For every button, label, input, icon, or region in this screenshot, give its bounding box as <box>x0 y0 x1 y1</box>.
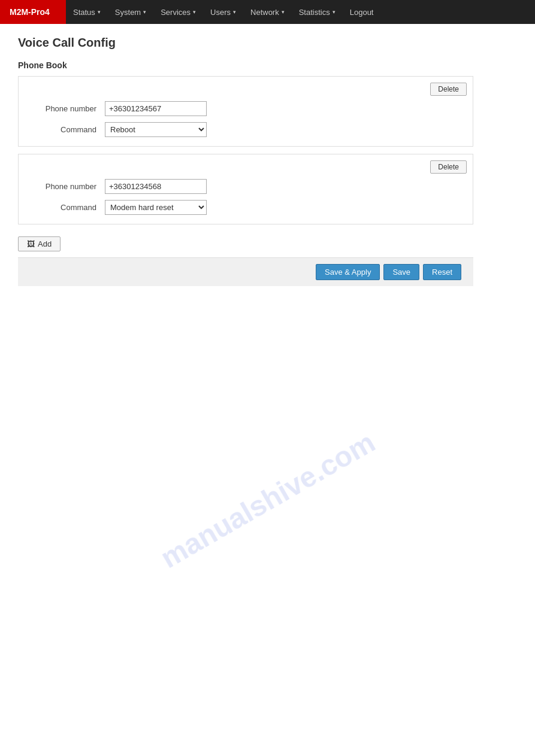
nav-menu: Status▾ System▾ Services▾ Users▾ Network… <box>66 0 380 24</box>
nav-statistics[interactable]: Statistics▾ <box>292 0 343 24</box>
save-button[interactable]: Save <box>383 264 419 280</box>
chevron-down-icon: ▾ <box>193 9 196 15</box>
command-row-2: Command Reboot Modem hard reset Shutdown… <box>19 197 473 218</box>
page-title: Voice Call Config <box>18 36 497 50</box>
add-button[interactable]: 🖼 Add <box>18 236 61 251</box>
phone-number-row-1: Phone number <box>19 98 473 119</box>
phone-entry-2: Delete Phone number Command Reboot Modem… <box>18 154 473 224</box>
phone-entry-1: Delete Phone number Command Reboot Modem… <box>18 76 473 147</box>
phone-number-label-2: Phone number <box>25 182 96 191</box>
nav-network[interactable]: Network▾ <box>243 0 292 24</box>
chevron-down-icon: ▾ <box>333 9 335 15</box>
command-select-2[interactable]: Reboot Modem hard reset Shutdown Status <box>105 200 207 215</box>
phone-number-input-2[interactable] <box>105 179 207 194</box>
command-label-1: Command <box>25 125 96 134</box>
delete-row-1: Delete <box>19 83 473 96</box>
command-select-1[interactable]: Reboot Modem hard reset Shutdown Status <box>105 122 207 137</box>
chevron-down-icon: ▾ <box>282 9 285 15</box>
nav-logout[interactable]: Logout <box>343 0 381 24</box>
main-content: Voice Call Config Phone Book Delete Phon… <box>0 24 515 298</box>
delete-button-2[interactable]: Delete <box>430 160 467 174</box>
delete-row-2: Delete <box>19 160 473 174</box>
section-title: Phone Book <box>18 60 497 70</box>
nav-status[interactable]: Status▾ <box>66 0 108 24</box>
add-icon: 🖼 <box>27 239 35 248</box>
command-row-1: Command Reboot Modem hard reset Shutdown… <box>19 119 473 140</box>
action-bar: Save & Apply Save Reset <box>18 257 473 286</box>
nav-services[interactable]: Services▾ <box>153 0 203 24</box>
navbar: M2M-Pro4 Status▾ System▾ Services▾ Users… <box>0 0 535 24</box>
delete-button-1[interactable]: Delete <box>430 83 467 96</box>
nav-system[interactable]: System▾ <box>108 0 153 24</box>
chevron-down-icon: ▾ <box>143 9 146 15</box>
phone-number-input-1[interactable] <box>105 101 207 116</box>
nav-users[interactable]: Users▾ <box>203 0 243 24</box>
save-apply-button[interactable]: Save & Apply <box>316 264 380 280</box>
chevron-down-icon: ▾ <box>98 9 101 15</box>
phone-number-label-1: Phone number <box>25 104 96 113</box>
command-label-2: Command <box>25 203 96 212</box>
brand-logo[interactable]: M2M-Pro4 <box>0 0 66 24</box>
reset-button[interactable]: Reset <box>423 264 461 280</box>
chevron-down-icon: ▾ <box>233 9 236 15</box>
phone-number-row-2: Phone number <box>19 176 473 197</box>
